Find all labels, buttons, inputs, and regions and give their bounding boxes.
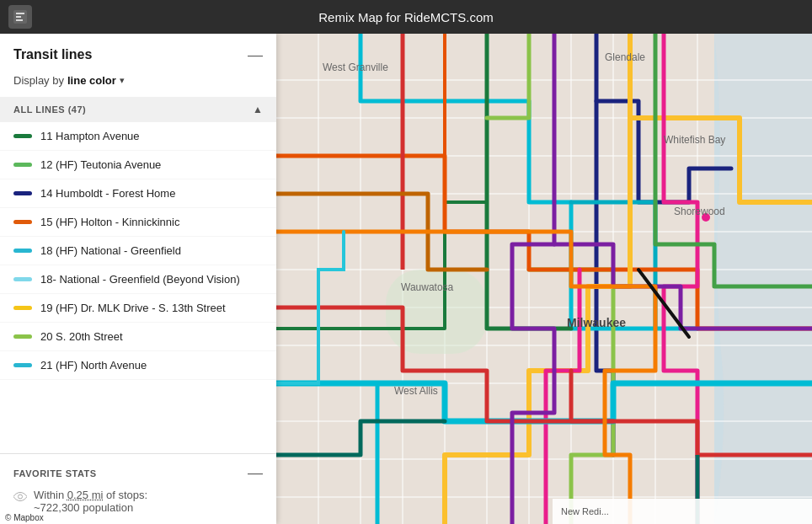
bottom-label: New Redi... [561, 506, 609, 516]
line-label: 19 (HF) Dr. MLK Drive - S. 13th Street [40, 302, 226, 314]
line-color-swatch [13, 334, 32, 339]
line-label: 21 (HF) North Avenue [40, 359, 147, 372]
transit-panel-header: Transit lines — [0, 34, 276, 71]
bottom-bar: New Redi... [553, 499, 812, 524]
svg-text:Wauwatosa: Wauwatosa [401, 281, 454, 293]
all-lines-collapse-icon: ▲ [253, 104, 263, 115]
display-by-value: line color [67, 74, 116, 87]
all-lines-label: ALL LINES (47) [13, 104, 86, 115]
map-area: West Granville Glendale Whitefish Bay Sh… [276, 34, 812, 524]
stats-within-text: Within 0.25 mi of stops: [34, 489, 147, 501]
transit-panel: Transit lines — Display by line color ▾ … [0, 34, 276, 453]
display-by-prefix: Display by [13, 74, 64, 87]
svg-text:West Allis: West Allis [394, 385, 438, 397]
svg-text:West Granville: West Granville [323, 61, 388, 73]
line-color-swatch [13, 134, 32, 138]
list-item[interactable]: 11 Hampton Avenue [0, 122, 276, 151]
list-item[interactable]: 14 Humboldt - Forest Home [0, 179, 276, 208]
stats-panel-header: FAVORITE STATS — [13, 464, 263, 482]
stats-text-block: Within 0.25 mi of stops: ~722,300 popula… [34, 489, 147, 514]
list-item[interactable]: 19 (HF) Dr. MLK Drive - S. 13th Street [0, 294, 276, 323]
display-by-chevron-icon: ▾ [120, 75, 125, 86]
line-label: 18 (HF) National - Greenfield [40, 244, 181, 257]
mapbox-attribution: © Mapbox [0, 511, 49, 524]
line-label: 12 (HF) Teutonia Avenue [40, 158, 161, 171]
app-header: Remix Map for RideMCTS.com [0, 0, 812, 34]
line-label: 11 Hampton Avenue [40, 130, 140, 142]
svg-rect-3 [714, 34, 812, 524]
line-label: 15 (HF) Holton - Kinnickinnic [40, 216, 179, 228]
list-item[interactable]: 12 (HF) Teutonia Avenue [0, 151, 276, 179]
main-layout: Transit lines — Display by line color ▾ … [0, 34, 812, 524]
list-item[interactable]: 21 (HF) North Avenue [0, 351, 276, 380]
transit-panel-title: Transit lines [13, 47, 92, 62]
stats-content: Within 0.25 mi of stops: ~722,300 popula… [13, 489, 263, 514]
map-svg: West Granville Glendale Whitefish Bay Sh… [276, 34, 812, 524]
transit-panel-minimize[interactable]: — [248, 47, 263, 62]
sidebar: Transit lines — Display by line color ▾ … [0, 34, 276, 524]
app-logo[interactable] [8, 5, 32, 29]
stats-distance: 0.25 mi [67, 489, 104, 501]
line-label: 20 S. 20th Street [40, 330, 123, 343]
stats-panel-title: FAVORITE STATS [13, 468, 97, 479]
list-item[interactable]: 15 (HF) Holton - Kinnickinnic [0, 208, 276, 237]
line-color-swatch [13, 191, 32, 195]
line-color-swatch [13, 220, 32, 224]
line-color-swatch [13, 249, 32, 253]
header-title: Remix Map for RideMCTS.com [318, 10, 494, 24]
line-label: 18- National - Greenfield (Beyond Vision… [40, 273, 240, 286]
list-item[interactable]: 18- National - Greenfield (Beyond Vision… [0, 265, 276, 294]
display-by-row[interactable]: Display by line color ▾ [0, 71, 276, 97]
svg-point-1 [19, 495, 23, 499]
svg-text:Glendale: Glendale [605, 51, 645, 63]
eye-icon [13, 490, 27, 504]
stats-population: ~722,300 population [34, 501, 147, 514]
line-color-swatch [13, 163, 32, 167]
svg-text:Milwaukee: Milwaukee [567, 316, 626, 329]
map-canvas[interactable]: West Granville Glendale Whitefish Bay Sh… [276, 34, 812, 524]
all-lines-header[interactable]: ALL LINES (47) ▲ [0, 97, 276, 122]
svg-text:Whitefish Bay: Whitefish Bay [664, 134, 725, 146]
list-item[interactable]: 20 S. 20th Street [0, 323, 276, 351]
line-color-swatch [13, 306, 32, 310]
line-color-swatch [13, 277, 32, 281]
svg-text:Shorewood: Shorewood [674, 206, 725, 217]
list-item[interactable]: 18 (HF) National - Greenfield [0, 237, 276, 265]
lines-list: 11 Hampton Avenue12 (HF) Teutonia Avenue… [0, 122, 276, 453]
stats-panel-minimize[interactable]: — [248, 464, 263, 482]
line-label: 14 Humboldt - Forest Home [40, 187, 175, 200]
line-color-swatch [13, 363, 32, 367]
